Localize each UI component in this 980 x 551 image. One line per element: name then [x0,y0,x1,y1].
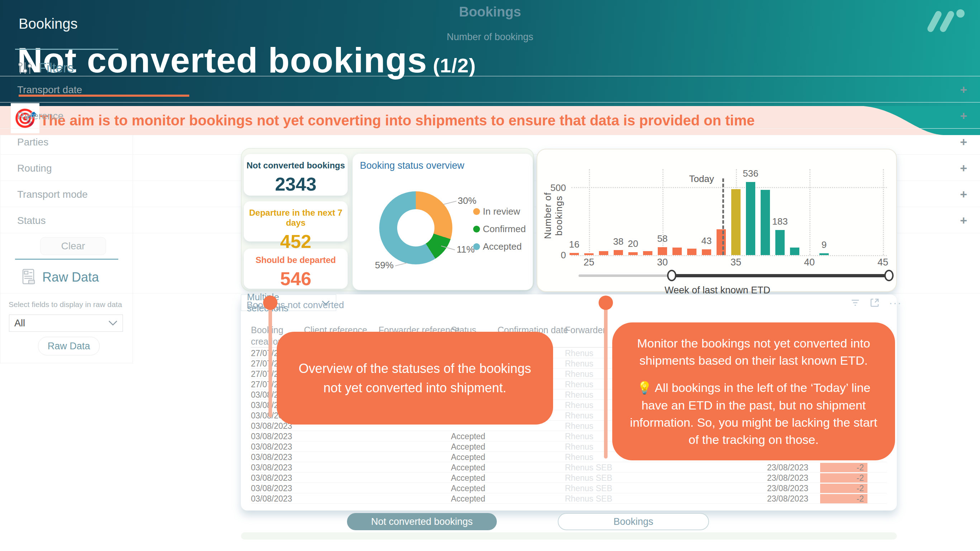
bar-week-36[interactable] [746,182,755,255]
booking-status-card: Booking status overview 30% 11% 59% In r… [352,153,533,290]
legend-label: Confirmed [483,224,526,235]
bar-week-29[interactable] [643,251,652,255]
x-tick: 35 [725,257,747,268]
bar-week-28[interactable] [628,252,638,255]
bar-data-label: 536 [735,168,767,179]
raw-data-button[interactable]: Raw Data [38,337,100,356]
bar-week-31[interactable] [673,248,682,255]
kpi-card: Should be departed546 [244,249,348,289]
pin-marker [263,295,277,310]
range-slider-handle-right[interactable] [884,270,894,281]
table-row[interactable]: 03/08/2023AcceptedRhenusSEB23/08/2023-2 [251,483,887,493]
table-title: Bookings not converted [247,300,344,311]
bar-week-41[interactable] [819,253,829,255]
fields-dropdown[interactable]: All [9,314,123,332]
legend-label: In review [483,206,520,217]
filter-item-label: Parties [17,137,48,148]
x-tick: 30 [652,257,673,268]
filter-item-transport-date[interactable]: Transport date+ [0,76,980,102]
cell-booking-creation: 03/08/2023 [251,484,308,493]
filter-item-label: Transport date [17,84,82,96]
filters-label: Filters [39,60,74,76]
clear-filters-button[interactable]: Clear [40,237,106,255]
x-tick: 25 [578,257,600,268]
kpi-value: 546 [244,268,348,289]
filter-item-label: Status [17,215,46,226]
table-row[interactable]: 03/08/2023AcceptedRhenusSEB23/08/2023-2 [251,473,887,483]
slide: Bookings Not converted bookings(1/2) 🎯 T… [0,0,980,551]
bar-data-label: 16 [558,239,590,250]
bar-week-34[interactable] [716,229,726,255]
pin-line [604,304,608,459]
bar-week-35[interactable] [731,189,741,255]
callout-text: Overview of the statuses of the bookings… [291,359,539,398]
cell-forwarder: Rhenus [565,432,605,441]
filters-header: Filters [17,60,74,76]
cell-confirmation-date: 23/08/2023 [748,484,808,493]
bar-data-label: 183 [764,216,796,227]
plus-icon[interactable]: + [960,109,967,123]
table-row[interactable]: 03/08/2023AcceptedRhenusSEB23/08/2023-2 [251,462,887,473]
focus-mode-icon[interactable] [870,298,880,308]
bar-data-label: 58 [646,233,679,245]
legend-dot [473,243,480,250]
kpi-label: Departure in the next 7 days [244,208,348,228]
donut-legend: In reviewConfirmedAccepted [473,206,526,259]
visual-header-icons: ··· [850,297,902,309]
filter-item-label: Routing [17,163,52,174]
etd-chart-panel: Number of bookings 16382058435361839Toda… [536,149,897,292]
column-header[interactable]: Forwarder [565,324,605,336]
bar-week-27[interactable] [614,250,623,255]
bar-week-25[interactable] [584,253,593,255]
today-line [722,178,724,255]
more-options-icon[interactable]: ··· [889,297,902,309]
bar-week-30[interactable] [658,247,667,255]
raw-data-link[interactable]: Raw Data [20,268,99,287]
bar-week-24[interactable] [570,253,579,255]
legend-item[interactable]: Accepted [473,241,526,252]
plus-icon[interactable]: + [960,214,967,227]
cell-forwarder: Rhenus [565,380,605,389]
bar-week-33[interactable] [702,249,711,255]
bar-week-38[interactable] [775,230,784,255]
gridline [883,169,884,255]
cell-forwarder: Rhenus [565,349,605,358]
donut-pct-label: 30% [458,195,476,206]
legend-item[interactable]: Confirmed [473,224,526,235]
select-fields-label: Select fields to display in raw data [9,300,127,309]
bar-week-32[interactable] [687,249,697,255]
cell-delay: -2 [820,494,867,503]
divider [15,49,118,50]
cell-status: Accepted [451,432,501,441]
cell-booking-creation: 03/08/2023 [251,432,308,441]
x-tick: 45 [872,257,894,268]
page-title-suffix: (1/2) [433,54,476,77]
bar-week-26[interactable] [599,251,608,255]
range-slider-active[interactable] [672,274,890,277]
chevron-down-icon [108,320,118,326]
sidebar-title: Bookings [0,4,980,20]
cell-client: SEB [596,473,628,483]
donut-callout-line [395,263,407,266]
filter-item-reference[interactable]: Reference+ [0,102,980,129]
y-tick: 500 [548,183,566,194]
sliders-icon [17,60,33,76]
sidebar-subtitle: Number of bookings [0,32,980,43]
plus-icon[interactable]: + [960,187,967,201]
cell-status: Accepted [451,484,501,493]
table-row[interactable]: 03/08/2023AcceptedRhenusSEB23/08/2023-2 [251,493,887,504]
bar-week-39[interactable] [790,248,799,255]
legend-item[interactable]: In review [473,206,526,217]
plus-icon[interactable]: + [960,135,967,149]
range-slider-handle-left[interactable] [667,270,676,281]
plus-icon[interactable]: + [960,83,967,97]
kpi-label: Not converted bookings [244,160,348,170]
bar-plot-area[interactable]: 16382058435361839Today [571,169,887,255]
kpi-value: 2343 [244,173,348,195]
cell-confirmation-date: 23/08/2023 [748,463,808,473]
plus-icon[interactable]: + [960,161,967,175]
page-tab-bookings[interactable]: Bookings [558,513,709,530]
page-tab-not-converted-bookings[interactable]: Not converted bookings [347,513,497,530]
cell-booking-creation: 03/08/2023 [251,494,308,504]
filter-icon[interactable] [850,298,860,308]
